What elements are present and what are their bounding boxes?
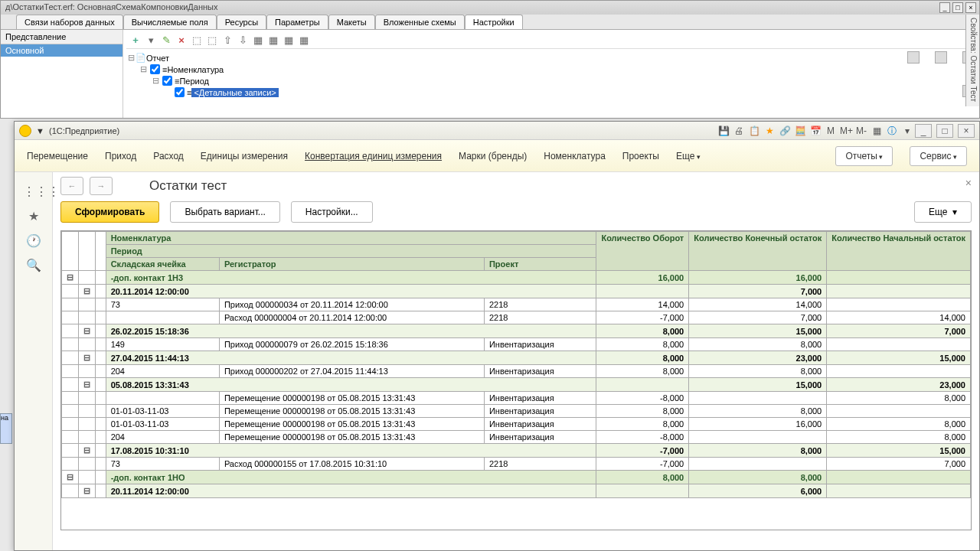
presentation-header: Представление xyxy=(1,30,122,44)
tool-icon-3[interactable]: ▦ xyxy=(283,34,295,47)
apps-icon[interactable]: ⋮⋮⋮ xyxy=(23,181,44,203)
report-table-container[interactable]: Номенклатура Количество Оборот Количеств… xyxy=(60,230,972,530)
m-button[interactable]: M xyxy=(825,125,837,137)
mplus-button[interactable]: M+ xyxy=(840,125,852,137)
tab-resources[interactable]: Ресурсы xyxy=(217,15,266,29)
info-icon[interactable]: ⓘ xyxy=(886,125,898,137)
taskbar-stub: на xyxy=(0,413,12,444)
table-row[interactable]: 73Расход 000000155 от 17.08.2015 10:31:1… xyxy=(62,458,971,471)
close-icon[interactable]: × xyxy=(965,2,976,13)
node-checkbox[interactable] xyxy=(162,76,172,86)
table-row[interactable]: ⊟-доп. контакт 1Н316,00016,000 xyxy=(62,271,971,285)
collapse-icon[interactable]: ⬚ xyxy=(206,34,218,47)
history-icon[interactable]: 🕐 xyxy=(23,230,44,252)
edit-icon[interactable]: ✎ xyxy=(160,34,172,47)
table-row[interactable]: Перемещение 000000198 от 05.08.2015 13:3… xyxy=(62,392,971,405)
tree-node-detail[interactable]: ≡ <Детальные записи> xyxy=(126,86,976,98)
dropdown-icon[interactable]: ▾ xyxy=(901,125,913,137)
variant-button[interactable]: Выбрать вариант... xyxy=(170,201,279,223)
table-row[interactable]: ⊟-доп. контакт 1НО8,0008,000 xyxy=(62,471,971,484)
nav-forward-button[interactable]: → xyxy=(90,177,113,195)
tab-params[interactable]: Параметры xyxy=(266,15,328,29)
menu-move[interactable]: Перемещение xyxy=(27,151,88,161)
tool-icon[interactable]: 📋 xyxy=(748,125,760,137)
table-row[interactable]: ⊟26.02.2015 15:18:368,00015,0007,000 xyxy=(62,324,971,338)
dropdown-icon[interactable]: ▼ xyxy=(36,126,49,135)
mode-icon[interactable] xyxy=(907,51,920,64)
reports-button[interactable]: Отчеты xyxy=(835,146,893,166)
settings-button[interactable]: Настройки... xyxy=(291,201,373,223)
tree-root[interactable]: ⊟📄 Отчет xyxy=(126,52,976,64)
app-titlebar: ▼ (1С:Предприятие) 💾 🖨 📋 ★ 🔗 🧮 📅 M M+ M-… xyxy=(15,122,979,140)
table-row[interactable]: ⊟20.11.2014 12:00:007,000 xyxy=(62,285,971,298)
service-button[interactable]: Сервис xyxy=(910,146,967,166)
node-checkbox[interactable] xyxy=(150,64,160,74)
table-row[interactable]: 149Приход 000000079 от 26.02.2015 15:18:… xyxy=(62,338,971,351)
more-button[interactable]: Еще ▾ xyxy=(914,201,972,223)
page-close-button[interactable]: × xyxy=(965,177,972,189)
link-icon[interactable]: 🔗 xyxy=(779,125,791,137)
menu-brands[interactable]: Марки (бренды) xyxy=(459,151,527,161)
minimize-icon[interactable]: _ xyxy=(939,2,950,13)
node-checkbox[interactable] xyxy=(175,87,185,97)
tool-icon-4[interactable]: ▦ xyxy=(298,34,310,47)
tool-icon-2[interactable]: ▦ xyxy=(267,34,279,47)
search-icon[interactable]: 🔍 xyxy=(23,255,44,276)
menu-expense[interactable]: Расход xyxy=(153,151,184,161)
calc-icon[interactable]: 🧮 xyxy=(794,125,806,137)
star-icon[interactable]: ★ xyxy=(763,125,776,137)
col-start-balance: Количество Начальный остаток xyxy=(827,232,971,271)
delete-icon[interactable]: × xyxy=(175,34,188,47)
col-end-balance: Количество Конечный остаток xyxy=(689,232,827,271)
generate-button[interactable]: Сформировать xyxy=(60,201,159,223)
tree-node-nomenclature[interactable]: ⊟≡ Номенклатура xyxy=(126,64,976,75)
favorite-icon[interactable]: ★ xyxy=(23,206,44,227)
menu-projects[interactable]: Проекты xyxy=(622,151,659,161)
minimize-button[interactable]: _ xyxy=(915,124,932,138)
menu-convert[interactable]: Конвертация единиц измерения xyxy=(305,151,442,161)
tab-nested[interactable]: Вложенные схемы xyxy=(375,15,465,29)
panel-icon[interactable]: ▦ xyxy=(871,125,883,137)
save-icon[interactable]: 💾 xyxy=(717,125,730,137)
dropdown-icon[interactable]: ▾ xyxy=(145,34,157,47)
menu-income[interactable]: Приход xyxy=(105,151,136,161)
table-row[interactable]: Расход 000000004 от 20.11.2014 12:00:002… xyxy=(62,311,971,324)
maximize-button[interactable]: □ xyxy=(936,124,953,138)
menu-more[interactable]: Еще xyxy=(676,151,701,161)
col-registrar: Регистратор xyxy=(219,258,484,271)
table-row[interactable]: ⊟27.04.2015 11:44:138,00023,00015,000 xyxy=(62,351,971,365)
table-row[interactable]: ⊟17.08.2015 10:31:10-7,0008,00015,000 xyxy=(62,444,971,458)
menu-nomenclature[interactable]: Номенклатура xyxy=(544,151,606,161)
calendar-icon[interactable]: 📅 xyxy=(809,125,822,137)
menu-units[interactable]: Единицы измерения xyxy=(201,151,288,161)
designer-title: д\ОстаткиТест.erf: ОсновнаяСхемаКомпонов… xyxy=(1,1,979,15)
table-row[interactable]: 01-01-03-11-03Перемещение 000000198 от 0… xyxy=(62,405,971,418)
table-row[interactable]: ⊟20.11.2014 12:00:006,000 xyxy=(62,484,971,498)
mminus-button[interactable]: M- xyxy=(855,125,867,137)
table-row[interactable]: ⊟05.08.2015 13:31:4315,00023,000 xyxy=(62,378,971,392)
properties-sidebar[interactable]: Свойства: Остатки Тест xyxy=(965,15,979,106)
nav-back-button[interactable]: ← xyxy=(60,177,83,195)
tree-node-period[interactable]: ⊟≡ Период xyxy=(126,75,976,86)
table-row[interactable]: 204Перемещение 000000198 от 05.08.2015 1… xyxy=(62,431,971,444)
tool-icon[interactable]: ▦ xyxy=(252,34,264,47)
tab-calc-fields[interactable]: Вычисляемые поля xyxy=(123,15,217,29)
presentation-item[interactable]: Основной xyxy=(1,44,122,57)
up-icon[interactable]: ⇧ xyxy=(221,34,234,47)
panel-mode-icons xyxy=(907,51,975,97)
add-icon[interactable]: + xyxy=(129,34,142,47)
print-icon[interactable]: 🖨 xyxy=(733,125,745,137)
mode-icon[interactable] xyxy=(935,51,947,64)
tab-settings[interactable]: Настройки xyxy=(465,15,523,29)
close-button[interactable]: × xyxy=(958,124,975,138)
maximize-icon[interactable]: □ xyxy=(952,2,963,13)
titlebar-tools: 💾 🖨 📋 ★ 🔗 🧮 📅 M M+ M- ▦ ⓘ ▾ xyxy=(717,125,913,137)
down-icon[interactable]: ⇩ xyxy=(237,34,249,47)
window-controls: _ □ × xyxy=(939,2,976,13)
expand-icon[interactable]: ⬚ xyxy=(191,34,203,47)
table-row[interactable]: 204Приход 000000202 от 27.04.2015 11:44:… xyxy=(62,365,971,378)
table-row[interactable]: 73Приход 000000034 от 20.11.2014 12:00:0… xyxy=(62,298,971,311)
tab-layouts[interactable]: Макеты xyxy=(328,15,375,29)
table-row[interactable]: 01-01-03-11-03Перемещение 000000198 от 0… xyxy=(62,418,971,431)
tab-links[interactable]: Связи наборов данных xyxy=(16,15,123,29)
